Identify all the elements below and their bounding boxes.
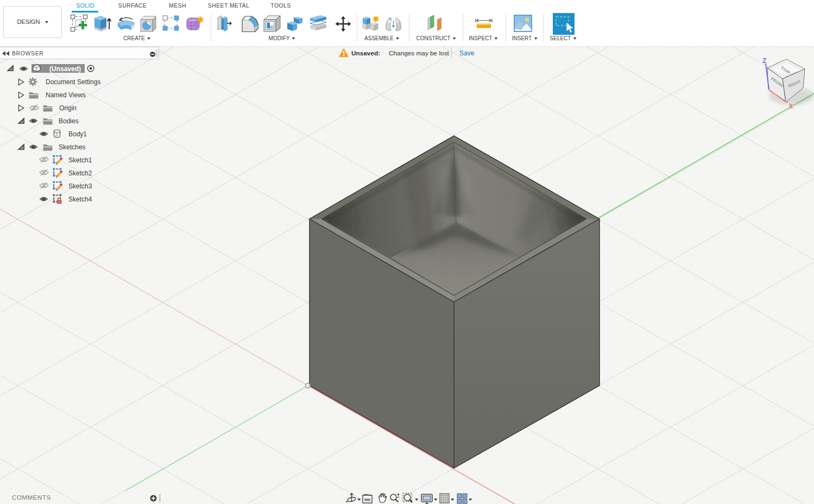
svg-text:X: X: [788, 103, 793, 110]
svg-text:Z: Z: [762, 57, 766, 65]
